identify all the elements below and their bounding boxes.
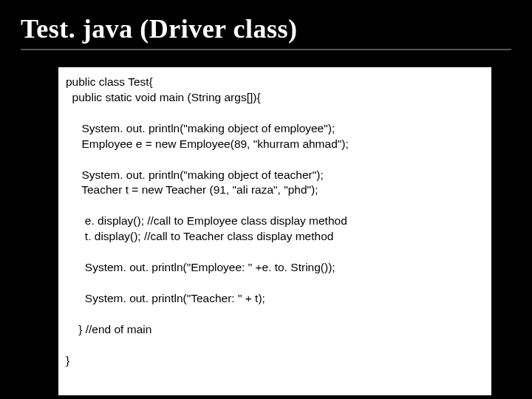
blank-line bbox=[66, 338, 484, 353]
code-line: Teacher t = new Teacher (91, "ali raza",… bbox=[66, 183, 484, 198]
code-line: Employee e = new Employee(89, "khurram a… bbox=[66, 137, 484, 152]
code-box: public class Test{ public static void ma… bbox=[56, 65, 494, 398]
code-line: public class Test{ bbox=[66, 75, 484, 90]
slide: Test. java (Driver class) public class T… bbox=[0, 0, 532, 399]
slide-title: Test. java (Driver class) bbox=[21, 13, 511, 50]
code-line: System. out. println("Teacher: " + t); bbox=[66, 291, 484, 307]
blank-line bbox=[66, 106, 484, 121]
code-line: e. display(); //call to Employee class d… bbox=[66, 214, 484, 229]
code-line: System. out. println("making object of e… bbox=[66, 121, 484, 137]
blank-line bbox=[66, 152, 484, 168]
code-line: System. out. println("Employee: " +e. to… bbox=[66, 260, 484, 276]
blank-line bbox=[66, 245, 484, 260]
blank-line bbox=[66, 307, 484, 322]
code-line: public static void main (String args[]){ bbox=[66, 90, 484, 106]
blank-line bbox=[66, 198, 484, 214]
code-line: } //end of main bbox=[66, 322, 484, 338]
code-line: System. out. println("making object of t… bbox=[66, 168, 484, 183]
code-line: t. display(); //call to Teacher class di… bbox=[66, 229, 484, 245]
title-area: Test. java (Driver class) bbox=[0, 0, 532, 56]
blank-line bbox=[66, 276, 484, 291]
code-line: } bbox=[66, 353, 484, 369]
